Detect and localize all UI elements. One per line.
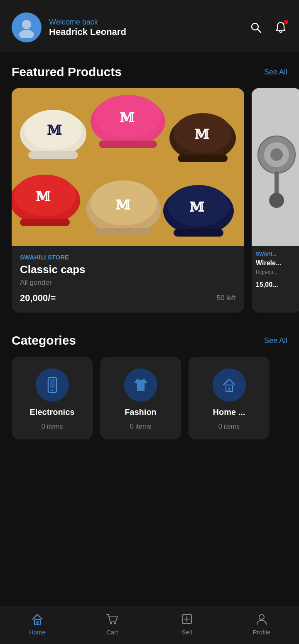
svg-point-0 — [22, 20, 31, 29]
search-button[interactable] — [249, 21, 262, 34]
svg-rect-20 — [20, 219, 70, 226]
svg-point-37 — [51, 390, 53, 391]
svg-rect-8 — [28, 151, 78, 159]
svg-point-43 — [114, 622, 116, 624]
product-price-earbuds: 15,00... — [256, 281, 297, 289]
featured-products-scroll: 𝕄 𝕄 𝕄 𝕄 — [0, 88, 299, 313]
product-store-earbuds: SWAHI... — [256, 251, 297, 257]
notification-button[interactable] — [274, 21, 287, 34]
avatar[interactable] — [12, 12, 42, 42]
category-card-home[interactable]: Home ... 0 items — [189, 357, 270, 439]
username-label: Headrick Leonard — [49, 27, 242, 37]
nav-item-profile[interactable]: Profile — [224, 612, 299, 636]
cart-nav-icon — [105, 612, 119, 626]
svg-rect-16 — [178, 155, 228, 162]
featured-see-all[interactable]: See All — [264, 68, 287, 76]
svg-rect-39 — [228, 387, 230, 392]
product-card-caps[interactable]: 𝕄 𝕄 𝕄 𝕄 — [12, 88, 244, 313]
product-info-caps: SWAHILI STORE Classic caps All gender 20… — [12, 246, 244, 313]
nav-item-home[interactable]: Home — [0, 612, 75, 636]
home-icon-circle — [213, 368, 246, 402]
svg-rect-33 — [274, 171, 279, 196]
header-icons — [249, 21, 287, 34]
product-footer-caps: 20,000/= 50 left — [20, 293, 236, 303]
svg-text:𝕄: 𝕄 — [120, 110, 135, 125]
nav-item-cart[interactable]: Cart — [75, 612, 150, 636]
svg-point-1 — [19, 30, 34, 38]
categories-scroll: Electronics 0 items Fashion 0 items — [0, 357, 299, 439]
phone-icon — [43, 376, 61, 394]
category-count-home: 0 items — [218, 423, 240, 430]
product-image-earbuds — [252, 88, 299, 246]
nav-item-sell[interactable]: Sell — [150, 612, 224, 636]
category-name-fashion: Fashion — [125, 407, 157, 417]
category-card-fashion[interactable]: Fashion 0 items — [100, 357, 181, 439]
svg-text:𝕄: 𝕄 — [47, 123, 62, 138]
product-image-caps: 𝕄 𝕄 𝕄 𝕄 — [12, 88, 244, 246]
svg-line-3 — [257, 29, 261, 32]
categories-title: Categories — [12, 333, 76, 348]
notification-dot — [284, 20, 288, 24]
categories-section: Categories See All Electronics 0 items — [0, 333, 299, 439]
svg-point-42 — [110, 622, 112, 624]
header-text: Welcome back Headrick Leonard — [49, 18, 242, 37]
profile-nav-icon — [255, 612, 269, 626]
header: Welcome back Headrick Leonard — [0, 0, 299, 52]
category-count-electronics: 0 items — [42, 423, 63, 430]
featured-section-header: Featured Products See All — [0, 65, 299, 79]
svg-rect-36 — [50, 379, 55, 388]
category-name-home: Home ... — [213, 407, 245, 417]
home-icon — [220, 376, 238, 394]
categories-see-all[interactable]: See All — [264, 336, 287, 345]
cart-nav-label: Cart — [106, 629, 118, 636]
featured-title: Featured Products — [12, 65, 122, 79]
bottom-nav: Home Cart Sell Profile — [0, 606, 299, 644]
product-desc-caps: All gender — [20, 279, 236, 287]
product-stock-caps: 50 left — [217, 294, 236, 302]
svg-rect-28 — [174, 229, 223, 237]
sell-nav-label: Sell — [181, 629, 192, 636]
product-store-caps: SWAHILI STORE — [20, 254, 236, 261]
category-card-electronics[interactable]: Electronics 0 items — [12, 357, 93, 439]
svg-text:𝕄: 𝕄 — [115, 197, 130, 212]
svg-point-47 — [259, 614, 264, 619]
shirt-icon — [132, 376, 150, 394]
svg-rect-24 — [95, 228, 153, 235]
search-icon — [249, 21, 262, 34]
earbuds-svg — [252, 88, 299, 246]
svg-text:𝕄: 𝕄 — [194, 127, 209, 142]
svg-point-32 — [270, 148, 283, 161]
category-count-fashion: 0 items — [130, 423, 152, 430]
electronics-icon-circle — [36, 368, 69, 402]
welcome-label: Welcome back — [49, 18, 242, 27]
svg-point-34 — [269, 193, 284, 208]
product-price-caps: 20,000/= — [20, 293, 56, 303]
caps-svg: 𝕄 𝕄 𝕄 𝕄 — [12, 88, 244, 246]
svg-text:𝕄: 𝕄 — [36, 189, 51, 204]
main-content: Featured Products See All 𝕄 — [0, 52, 299, 489]
product-desc-earbuds: High-qu... — [256, 269, 297, 275]
profile-nav-label: Profile — [253, 629, 271, 636]
svg-rect-41 — [36, 621, 39, 625]
home-nav-label: Home — [29, 629, 46, 636]
home-nav-icon — [30, 612, 44, 626]
svg-text:𝕄: 𝕄 — [189, 200, 204, 215]
svg-rect-12 — [99, 141, 157, 148]
product-name-caps: Classic caps — [20, 263, 236, 276]
product-card-earbuds[interactable]: SWAHI... Wirele... High-qu... 15,00... — [252, 88, 299, 313]
category-name-electronics: Electronics — [30, 407, 75, 417]
product-info-earbuds: SWAHI... Wirele... High-qu... 15,00... — [252, 246, 299, 295]
sell-nav-icon — [180, 612, 194, 626]
product-name-earbuds: Wirele... — [256, 259, 297, 267]
fashion-icon-circle — [124, 368, 157, 402]
categories-section-header: Categories See All — [0, 333, 299, 348]
